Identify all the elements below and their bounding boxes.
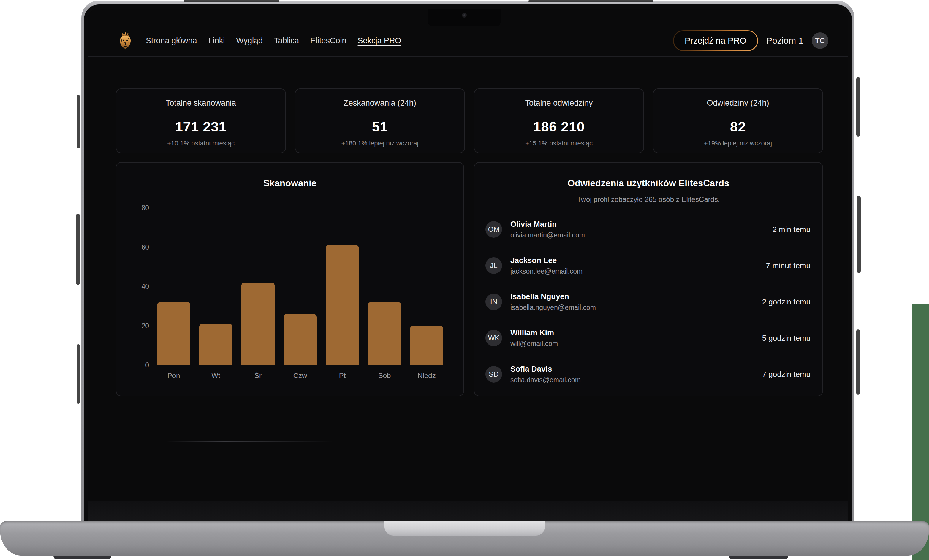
visitor-list: OMOlivia Martinolivia.martin@email.com2 …: [486, 217, 811, 387]
stat-change: +180.1% lepiej niż wczoraj: [296, 139, 464, 147]
visitor-row: JLJackson Leejackson.lee@email.com7 minu…: [486, 253, 811, 278]
x-axis-label: Niedz: [410, 372, 443, 380]
visitor-email: sofia.davis@email.com: [510, 376, 581, 384]
stat-title: Totalne odwiedziny: [474, 98, 643, 108]
y-axis-tick: 20: [117, 322, 149, 330]
visitors-subtitle: Twój profil zobaczyło 265 osób z ElitesC…: [474, 195, 822, 203]
lid-rough-edge: [856, 329, 860, 395]
visitor-time: 2 min temu: [772, 225, 811, 234]
laptop-lid: Strona główna Linki Wygląd Tablica Elite…: [81, 1, 854, 521]
lid-rough-edge: [529, 0, 653, 2]
laptop-base: [0, 521, 929, 555]
stat-value: 51: [296, 118, 464, 135]
visitors-card: Odwiedzenia użytkników ElitesCards Twój …: [474, 162, 823, 396]
nav-item-linki[interactable]: Linki: [208, 36, 225, 45]
stat-card-visits-24h: Odwiedziny (24h) 82 +19% lepiej niż wczo…: [653, 89, 823, 153]
visitor-name: Olivia Martin: [510, 220, 585, 229]
y-axis-tick: 0: [117, 361, 149, 369]
nav-item-tablica[interactable]: Tablica: [274, 36, 299, 45]
stat-value: 82: [653, 118, 822, 135]
laptop-screen: Strona główna Linki Wygląd Tablica Elite…: [87, 9, 848, 501]
stat-value: 171 231: [117, 118, 285, 135]
visitor-row: OMOlivia Martinolivia.martin@email.com2 …: [486, 217, 811, 242]
chart-bar-Niedz: [410, 326, 443, 365]
visitor-info: Sofia Davissofia.davis@email.com: [510, 364, 581, 384]
y-axis-tick: 40: [117, 282, 149, 291]
laptop-bezel: Strona główna Linki Wygląd Tablica Elite…: [84, 5, 852, 521]
lid-rough-edge: [857, 196, 861, 273]
lion-logo-icon[interactable]: [117, 32, 133, 50]
lid-rough-edge: [77, 95, 80, 148]
visitor-time: 7 godzin temu: [762, 370, 811, 379]
stat-title: Totalne skanowania: [117, 98, 285, 108]
x-axis-label: Wt: [199, 372, 233, 380]
chart-plot: 806040200PonWtŚrCzwPtSobNiedz: [117, 199, 463, 365]
visitor-email: will@email.com: [510, 340, 558, 348]
chart-bar-Pon: [157, 302, 190, 365]
visitor-info: Olivia Martinolivia.martin@email.com: [510, 220, 585, 239]
chart-bar-Pt: [326, 245, 359, 365]
visitor-info: Isabella Nguyenisabella.nguyen@email.com: [510, 292, 596, 312]
nav-right-group: Przejdź na PRO Poziom 1 TC: [673, 30, 828, 51]
dashboard: Strona główna Linki Wygląd Tablica Elite…: [87, 9, 848, 501]
visitor-time: 7 minut temu: [766, 261, 811, 270]
stat-title: Odwiedziny (24h): [653, 98, 822, 108]
stat-value: 186 210: [474, 118, 643, 135]
nav-item-elitescoin[interactable]: ElitesCoin: [310, 36, 346, 45]
visitor-row: INIsabella Nguyenisabella.nguyen@email.c…: [486, 289, 811, 315]
visitor-info: Jackson Leejackson.lee@email.com: [510, 256, 583, 275]
chart-title: Skanowanie: [117, 178, 463, 189]
top-navigation: Strona główna Linki Wygląd Tablica Elite…: [87, 25, 848, 57]
chart-bar-Czw: [284, 314, 317, 365]
lid-rough-edge: [76, 214, 80, 285]
x-axis-label: Pon: [157, 372, 190, 380]
nav-item-wyglad[interactable]: Wygląd: [236, 36, 263, 45]
screen-reflection: [166, 441, 333, 442]
nav-item-strona-glowna[interactable]: Strona główna: [146, 36, 197, 45]
lid-rough-edge: [856, 77, 860, 136]
x-axis-label: Śr: [241, 372, 274, 380]
visitor-name: Jackson Lee: [510, 256, 583, 265]
stat-card-total-visits: Totalne odwiedziny 186 210 +15.1% ostatn…: [474, 89, 644, 153]
visitor-row: SDSofia Davissofia.davis@email.com7 godz…: [486, 361, 811, 387]
visitor-info: William Kimwill@email.com: [510, 328, 558, 348]
laptop-lid-groove: [385, 521, 545, 536]
visitor-avatar: WK: [486, 330, 502, 346]
x-axis-label: Pt: [326, 372, 359, 380]
stat-card-scans-24h: Zeskanowania (24h) 51 +180.1% lepiej niż…: [295, 89, 465, 153]
visitor-avatar: JL: [486, 257, 502, 274]
visitor-email: jackson.lee@email.com: [510, 268, 583, 275]
main-panels-row: Skanowanie 806040200PonWtŚrCzwPtSobNiedz…: [116, 162, 848, 396]
stat-title: Zeskanowania (24h): [296, 98, 464, 108]
nav-item-sekcja-pro[interactable]: Sekcja PRO: [358, 36, 402, 45]
visitor-name: Isabella Nguyen: [510, 292, 596, 301]
laptop-chin-bezel: [87, 501, 848, 521]
visitor-avatar: OM: [486, 221, 502, 238]
y-axis-tick: 80: [117, 203, 149, 212]
lid-rough-edge: [184, 0, 279, 2]
visitor-time: 5 godzin temu: [762, 334, 811, 343]
visitor-avatar: IN: [486, 294, 502, 310]
nav-links: Strona główna Linki Wygląd Tablica Elite…: [146, 36, 402, 45]
upgrade-pro-button[interactable]: Przejdź na PRO: [673, 30, 758, 51]
visitor-name: Sofia Davis: [510, 364, 581, 373]
visitor-name: William Kim: [510, 328, 558, 337]
visitor-avatar: SD: [486, 366, 502, 383]
x-axis-label: Czw: [284, 372, 317, 380]
stat-card-total-scans: Totalne skanowania 171 231 +10.1% ostatn…: [116, 89, 286, 153]
user-avatar[interactable]: TC: [812, 32, 828, 49]
visitors-title: Odwiedzenia użytkników ElitesCards: [474, 178, 822, 189]
stat-change: +19% lepiej niż wczoraj: [653, 139, 822, 147]
y-axis-tick: 60: [117, 243, 149, 251]
chart-bar-Śr: [241, 283, 274, 365]
stats-row: Totalne skanowania 171 231 +10.1% ostatn…: [116, 89, 848, 153]
visitor-time: 2 godzin temu: [762, 297, 811, 306]
lid-rough-edge: [77, 344, 80, 404]
display-notch: [428, 9, 501, 26]
chart-bar-Wt: [199, 324, 233, 365]
visitor-email: isabella.nguyen@email.com: [510, 304, 596, 312]
chart-bar-Sob: [368, 302, 401, 365]
stat-change: +15.1% ostatni miesiąc: [474, 139, 643, 147]
webcam-icon: [462, 13, 467, 17]
visitor-row: WKWilliam Kimwill@email.com5 godzin temu: [486, 325, 811, 351]
